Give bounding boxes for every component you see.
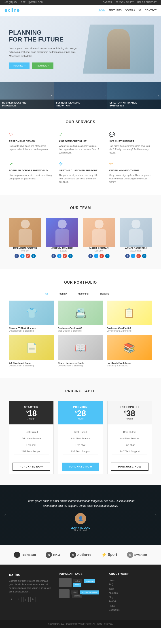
- card-arrow-2[interactable]: ›: [104, 94, 106, 97]
- pricing-grid: STARTER $18 / Month Best Output Add New …: [9, 401, 152, 474]
- team-member-1: BRANDON COOPER Founder f t g+ in: [9, 218, 41, 258]
- footer-tag-row1: exline Wordpress Theme: [59, 578, 102, 587]
- social-google-2[interactable]: g+: [63, 254, 67, 258]
- portfolio-thumb-2: 📇: [58, 300, 103, 325]
- topbar-left: +99 (01) 374 S.FELL@GMAIL.COM: [5, 1, 43, 4]
- footer-link-team[interactable]: Team: [109, 587, 152, 591]
- service-icon-responsive: ♡: [9, 132, 52, 138]
- portfolio-item-1[interactable]: 👕 Classic T-Shirt Mockup Development & B…: [9, 300, 54, 332]
- social-linkedin-1[interactable]: in: [31, 254, 36, 258]
- social-twitter-3[interactable]: t: [94, 254, 98, 258]
- purchase-starter-button[interactable]: PURCHASE NOW: [13, 462, 50, 470]
- portfolio-item-3[interactable]: 📋 Business Card Vol05 Development & Bran…: [107, 300, 152, 332]
- social-twitter-4[interactable]: t: [131, 254, 135, 258]
- card-item-2[interactable]: BUSINESS IDEAS ANDINNOVATION ›: [54, 82, 107, 109]
- purchase-button[interactable]: Purchase >: [9, 62, 30, 69]
- portfolio-title-2: Business Card Vol06: [58, 327, 103, 330]
- pricing-feature-3-starter: Live chat: [14, 442, 49, 448]
- footer-social-twitter[interactable]: t: [9, 597, 14, 602]
- topbar-help[interactable]: HELP & SUPPORT: [137, 1, 156, 4]
- footer-link-faq[interactable]: FAQ: [109, 582, 152, 587]
- team-photo-2: [46, 218, 78, 247]
- nav-home[interactable]: HOME: [98, 8, 105, 12]
- team-section: OUR TEAM BRANDON COOPER Founder f t g+ i…: [0, 195, 161, 269]
- team-name-3: MARIA LEHMAN: [83, 247, 115, 250]
- footer-social-instagram[interactable]: in: [30, 597, 36, 602]
- portfolio-item-6[interactable]: 📚 Hardback Book Inner Marketing & Brandi…: [107, 336, 152, 367]
- portfolio-thumb-3: 📋: [107, 300, 152, 325]
- footer-social-youtube[interactable]: y: [23, 597, 29, 602]
- footer-link-home[interactable]: Home: [109, 578, 152, 582]
- social-twitter-1[interactable]: t: [20, 254, 25, 258]
- service-title-checklist: AWESOME CHECKLIST: [59, 140, 102, 142]
- nav-x2[interactable]: X2: [138, 9, 141, 12]
- nav-contact[interactable]: CONTACT: [145, 9, 156, 12]
- filter-marketing[interactable]: Marketing: [78, 292, 89, 295]
- portfolio-title-6: Hardback Book Inner: [107, 362, 152, 364]
- team-photo-1: [9, 218, 41, 247]
- social-facebook-2[interactable]: f: [51, 254, 56, 258]
- readmore-button[interactable]: Readmore >: [32, 62, 53, 69]
- filter-all[interactable]: All: [45, 292, 48, 295]
- client-rko-name: RKO: [53, 553, 60, 556]
- social-linkedin-4[interactable]: in: [142, 254, 146, 258]
- team-role-2: IT Expert: [46, 250, 78, 252]
- topbar-email: S.FELL@GMAIL.COM: [21, 1, 43, 4]
- service-title-lifetime: LIFETIME CUSTOMER SUPPORT: [59, 169, 102, 172]
- purchase-enterprise-button[interactable]: PURCHASE NOW: [111, 462, 148, 470]
- footer-link-pages[interactable]: Pages: [109, 604, 152, 608]
- card-item-1[interactable]: BUSINESS IDEAS ANDINNOVATION ›: [0, 82, 54, 109]
- services-title: OUR SERVICES: [9, 120, 152, 124]
- pricing-feature-1-starter: Best Output: [14, 429, 49, 435]
- footer-link-contact[interactable]: Contact us: [109, 608, 152, 612]
- team-role-3: Designer: [83, 250, 115, 252]
- footer-tag-img1: [59, 578, 71, 587]
- team-socials-2: f t g+ in: [46, 254, 78, 258]
- card-arrow-3[interactable]: ›: [158, 94, 159, 97]
- footer-tag-joomla-template[interactable]: Joomla Template: [80, 590, 99, 594]
- nav-joomla[interactable]: JOOMLA: [125, 9, 135, 12]
- social-facebook-3[interactable]: f: [88, 254, 93, 258]
- social-facebook-4[interactable]: f: [125, 254, 130, 258]
- portfolio-item-2[interactable]: 📇 Business Card Vol06 Web Design & Brand…: [58, 300, 103, 332]
- footer-link-portfolio[interactable]: Portfolio: [109, 599, 152, 604]
- portfolio-item-4[interactable]: 📄 A4 Overhead Paper Development & Brandi…: [9, 336, 54, 367]
- pricing-header-starter: STARTER $18 / Month: [9, 401, 53, 424]
- testimonial-prev[interactable]: ‹: [5, 512, 6, 518]
- logo[interactable]: exline: [5, 7, 20, 13]
- testimonial-section: ‹ Lorem ipsum dolor sit amet ornare laor…: [0, 485, 161, 545]
- card-arrow-1[interactable]: ›: [51, 94, 52, 97]
- service-popular: ↗ POPULAR ACROSS THE WORLD How do you cr…: [9, 161, 52, 184]
- team-role-1: Founder: [9, 250, 41, 252]
- service-desc-checklist: When you starting a company you are thin…: [59, 144, 102, 154]
- social-google-1[interactable]: g+: [26, 254, 30, 258]
- footer-logo: exline: [9, 572, 52, 577]
- footer-social-facebook[interactable]: f: [16, 597, 22, 602]
- footer: exline Cosmos bier gravero cons rideo vi…: [0, 564, 161, 620]
- service-title-livechat: LIVE CHAT SUPPORT: [109, 140, 152, 142]
- social-google-4[interactable]: g+: [136, 254, 141, 258]
- portfolio-grid: 👕 Classic T-Shirt Mockup Development & B…: [9, 300, 152, 367]
- footer-link-blog[interactable]: Blog: [109, 595, 152, 599]
- social-linkedin-2[interactable]: in: [68, 254, 73, 258]
- portfolio-item-5[interactable]: 📖 Open Hardcover Book Development & Bran…: [58, 336, 103, 367]
- nav-features[interactable]: FEATURES: [109, 9, 122, 12]
- service-icon-livechat: 💬: [109, 132, 152, 138]
- social-twitter-2[interactable]: t: [57, 254, 62, 258]
- social-linkedin-3[interactable]: in: [105, 254, 110, 258]
- filter-identity[interactable]: Identity: [59, 292, 67, 295]
- clients-section: T TechBean R RKO A AudioPro ⚡ Sport S Sw…: [0, 545, 161, 564]
- social-facebook-1[interactable]: f: [15, 254, 19, 258]
- footer-tag-joomla[interactable]: Joomla: [72, 594, 82, 598]
- services-grid: ♡ RESPONSIVE DESIGN Postcards have been …: [9, 132, 152, 184]
- filter-branding[interactable]: Branding: [99, 292, 109, 295]
- card-item-3[interactable]: DIRECTORY OF FINANCEBUSINESSES ›: [107, 82, 161, 109]
- footer-link-aboutus[interactable]: About us: [109, 591, 152, 595]
- testimonial-next[interactable]: ›: [155, 512, 156, 518]
- topbar-privacy[interactable]: PRIVACY POLICY: [115, 1, 134, 4]
- topbar-career[interactable]: CAREER: [103, 1, 112, 4]
- social-google-3[interactable]: g+: [99, 254, 104, 258]
- pricing-price-premium: $28: [63, 410, 98, 418]
- purchase-premium-button[interactable]: PURCHASE NOW: [62, 462, 99, 470]
- portfolio-cat-6: Marketing & Branding: [107, 364, 152, 367]
